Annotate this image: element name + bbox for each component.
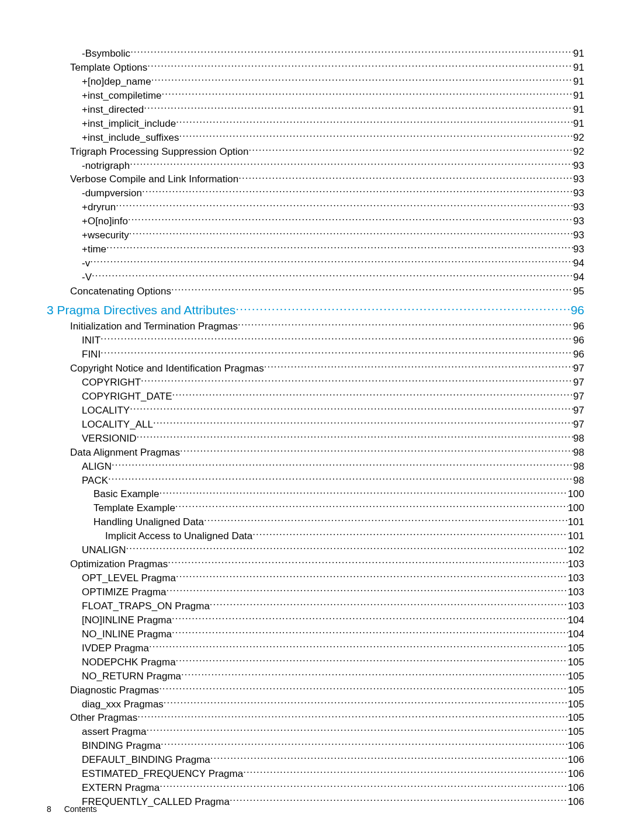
toc-entry[interactable]: FLOAT_TRAPS_ON Pragma103 xyxy=(47,599,584,613)
toc-entry-label: -dumpversion xyxy=(82,187,142,200)
toc-entry[interactable]: Concatenating Options95 xyxy=(47,284,584,298)
toc-entry[interactable]: OPTIMIZE Pragma103 xyxy=(47,585,584,599)
toc-leader-dots xyxy=(172,613,568,623)
toc-entry-label: +inst_include_suffixes xyxy=(82,131,179,145)
toc-entry-page: 106 xyxy=(568,782,584,795)
toc-entry-page: 96 xyxy=(573,334,584,348)
toc-entry[interactable]: FREQUENTLY_CALLED Pragma106 xyxy=(47,795,584,809)
toc-entry[interactable]: ALIGN98 xyxy=(47,460,584,474)
toc-entry[interactable]: +inst_implicit_include91 xyxy=(47,117,584,131)
toc-leader-dots xyxy=(264,362,573,372)
toc-entry[interactable]: LOCALITY97 xyxy=(47,404,584,418)
toc-entry-label: Data Alignment Pragmas xyxy=(70,446,180,460)
toc-leader-dots xyxy=(172,627,568,637)
toc-entry-label: +inst_implicit_include xyxy=(82,117,176,131)
toc-entry-page: 97 xyxy=(573,404,584,418)
toc-entry[interactable]: UNALIGN102 xyxy=(47,543,584,557)
toc-entry-label: COPYRIGHT xyxy=(82,376,141,390)
toc-entry[interactable]: COPYRIGHT97 xyxy=(47,376,584,390)
page-footer: 8 Contents xyxy=(47,804,97,814)
toc-entry-page: 91 xyxy=(573,61,584,75)
toc-entry-label: assert Pragma xyxy=(82,726,147,739)
toc-entry-page: 91 xyxy=(573,117,584,131)
toc-entry[interactable]: +inst_compiletime91 xyxy=(47,89,584,103)
toc-entry-page: 98 xyxy=(573,460,584,474)
toc-entry-page: 93 xyxy=(573,159,584,173)
toc-leader-dots xyxy=(151,75,573,85)
toc-entry[interactable]: Template Options91 xyxy=(47,61,584,75)
toc-entry[interactable]: -Bsymbolic91 xyxy=(47,47,584,61)
toc-entry[interactable]: IVDEP Pragma105 xyxy=(47,641,584,655)
toc-entry[interactable]: Template Example100 xyxy=(47,501,584,515)
toc-entry[interactable]: +time93 xyxy=(47,242,584,256)
toc-leader-dots xyxy=(176,117,573,127)
toc-leader-dots xyxy=(179,131,574,141)
toc-entry[interactable]: OPT_LEVEL Pragma103 xyxy=(47,571,584,585)
toc-entry[interactable]: +dryrun93 xyxy=(47,200,584,214)
toc-entry[interactable]: Basic Example100 xyxy=(47,487,584,501)
toc-entry[interactable]: Diagnostic Pragmas105 xyxy=(47,683,584,697)
toc-entry[interactable]: Optimization Pragmas103 xyxy=(47,557,584,571)
toc-entry-label: Copyright Notice and Identification Prag… xyxy=(70,362,264,376)
toc-entry[interactable]: LOCALITY_ALL97 xyxy=(47,418,584,432)
table-of-contents: -Bsymbolic91Template Options91+[no]dep_n… xyxy=(47,47,584,809)
toc-entry[interactable]: Data Alignment Pragmas98 xyxy=(47,446,584,460)
toc-entry-page: 101 xyxy=(568,516,584,529)
toc-entry[interactable]: BINDING Pragma106 xyxy=(47,739,584,753)
toc-entry[interactable]: assert Pragma105 xyxy=(47,725,584,739)
toc-entry[interactable]: -V94 xyxy=(47,270,584,284)
toc-entry[interactable]: -v94 xyxy=(47,256,584,270)
toc-entry[interactable]: Trigraph Processing Suppression Option92 xyxy=(47,145,584,159)
toc-entry[interactable]: Verbose Compile and Link Information93 xyxy=(47,172,584,186)
toc-entry[interactable]: -notrigraph93 xyxy=(47,159,584,173)
toc-entry-label: -notrigraph xyxy=(82,159,130,173)
toc-entry[interactable]: NO_INLINE Pragma104 xyxy=(47,627,584,641)
toc-entry-label: ESTIMATED_FREQUENCY Pragma xyxy=(82,768,243,781)
toc-entry-label: Concatenating Options xyxy=(70,285,171,298)
toc-entry[interactable]: Initialization and Termination Pragmas96 xyxy=(47,320,584,334)
toc-entry-page: 92 xyxy=(573,131,584,145)
toc-entry-page: 100 xyxy=(568,502,584,515)
toc-entry[interactable]: Implicit Access to Unaligned Data101 xyxy=(47,529,584,543)
toc-entry[interactable]: +inst_directed91 xyxy=(47,103,584,117)
toc-leader-dots xyxy=(204,515,568,525)
toc-entry[interactable]: FINI96 xyxy=(47,348,584,362)
toc-entry[interactable]: DEFAULT_BINDING Pragma106 xyxy=(47,753,584,767)
toc-entry[interactable]: VERSIONID98 xyxy=(47,432,584,446)
toc-entry[interactable]: COPYRIGHT_DATE97 xyxy=(47,390,584,404)
toc-leader-dots xyxy=(106,242,573,252)
toc-entry[interactable]: ESTIMATED_FREQUENCY Pragma106 xyxy=(47,767,584,781)
toc-leader-dots xyxy=(162,89,574,99)
toc-entry-label: Handling Unaligned Data xyxy=(93,516,204,529)
toc-entry[interactable]: INIT96 xyxy=(47,334,584,348)
toc-entry-label: Trigraph Processing Suppression Option xyxy=(70,145,249,159)
toc-entry-label: OPT_LEVEL Pragma xyxy=(82,572,176,585)
toc-entry-label: Diagnostic Pragmas xyxy=(70,684,159,697)
toc-entry-label: -V xyxy=(82,271,92,284)
toc-leader-dots xyxy=(141,376,573,386)
toc-entry[interactable]: +O[no]info93 xyxy=(47,214,584,228)
toc-leader-dots xyxy=(90,256,573,266)
toc-entry[interactable]: +[no]dep_name91 xyxy=(47,75,584,89)
toc-entry-label: Basic Example xyxy=(93,488,159,501)
toc-entry-label: +[no]dep_name xyxy=(82,75,151,89)
toc-entry[interactable]: PACK 98 xyxy=(47,474,584,488)
toc-entry-page: 93 xyxy=(573,201,584,214)
toc-entry[interactable]: Other Pragmas105 xyxy=(47,711,584,725)
toc-entry[interactable]: NODEPCHK Pragma105 xyxy=(47,655,584,669)
toc-entry[interactable]: diag_xxx Pragmas105 xyxy=(47,697,584,711)
toc-entry[interactable]: 3 Pragma Directives and Attributes96 xyxy=(47,302,584,318)
toc-leader-dots xyxy=(142,186,573,196)
toc-entry[interactable]: -dumpversion93 xyxy=(47,186,584,200)
toc-entry[interactable]: Handling Unaligned Data101 xyxy=(47,515,584,529)
toc-entry[interactable]: +wsecurity93 xyxy=(47,228,584,242)
toc-entry-label: IVDEP Pragma xyxy=(82,642,149,655)
toc-leader-dots xyxy=(167,585,568,595)
toc-entry[interactable]: Copyright Notice and Identification Prag… xyxy=(47,362,584,376)
toc-entry[interactable]: [NO]INLINE Pragma104 xyxy=(47,613,584,627)
toc-entry[interactable]: NO_RETURN Pragma105 xyxy=(47,669,584,683)
toc-entry-label: NO_INLINE Pragma xyxy=(82,628,172,641)
toc-entry[interactable]: EXTERN Pragma106 xyxy=(47,781,584,795)
toc-entry[interactable]: +inst_include_suffixes92 xyxy=(47,131,584,145)
toc-leader-dots xyxy=(129,228,573,238)
